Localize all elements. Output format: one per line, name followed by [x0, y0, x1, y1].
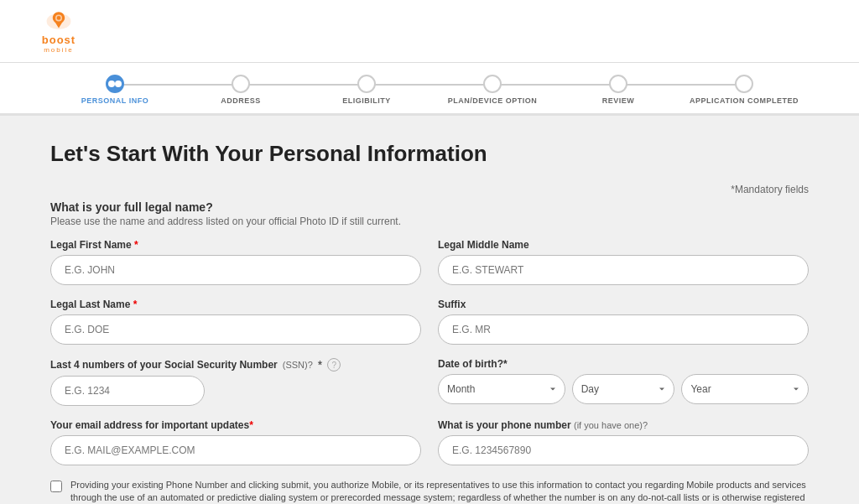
progress-bar: PERSONAL INFO ADDRESS ELIGIBILITY PLAN/D… [0, 63, 859, 116]
ssn-dob-row: Last 4 numbers of your Social Security N… [50, 358, 809, 406]
ssn-help-icon[interactable]: ? [327, 358, 341, 372]
name-row-2: Legal Last Name * Suffix [50, 299, 809, 345]
legal-first-name-input[interactable] [50, 255, 421, 285]
ssn-required: * [318, 358, 322, 372]
email-input[interactable] [50, 435, 421, 465]
step-personal-info[interactable]: PERSONAL INFO [52, 75, 178, 105]
legal-last-name-label: Legal Last Name * [50, 299, 421, 310]
ssn-group: Last 4 numbers of your Social Security N… [50, 358, 421, 406]
consent-text: Providing your existing Phone Number and… [70, 479, 809, 504]
step-eligibility[interactable]: ELIGIBILITY [304, 75, 430, 105]
step-label-address: ADDRESS [221, 96, 261, 105]
logo: boost mobile [25, 8, 92, 54]
name-row-1: Legal First Name * Legal Middle Name [50, 239, 809, 285]
dob-selects: Month January February March April May J… [438, 374, 809, 404]
email-phone-row: Your email address for important updates… [50, 419, 809, 465]
page-title: Let's Start With Your Personal Informati… [50, 141, 809, 167]
ssn-label: Last 4 numbers of your Social Security N… [50, 359, 278, 371]
name-question: What is your full legal name? [50, 200, 809, 214]
mandatory-note: *Mandatory fields [50, 184, 809, 195]
ssn-input[interactable] [50, 376, 205, 406]
legal-last-name-group: Legal Last Name * [50, 299, 421, 345]
step-circle-review [609, 75, 627, 93]
step-review[interactable]: REVIEW [555, 75, 681, 105]
legal-first-name-group: Legal First Name * [50, 239, 421, 285]
ssn-abbr: (SSN)? [283, 360, 313, 370]
dob-day-select[interactable]: Day for(let i=1;i<=31;i++) document.writ… [572, 374, 675, 404]
email-label: Your email address for important updates… [50, 419, 421, 431]
step-circle-personal-info [106, 75, 124, 93]
header: boost mobile [0, 0, 859, 63]
phone-label: What is your phone number (if you have o… [438, 419, 809, 431]
suffix-input[interactable] [438, 314, 809, 345]
svg-point-2 [57, 16, 61, 20]
phone-group: What is your phone number (if you have o… [438, 419, 809, 465]
legal-last-name-input[interactable] [50, 314, 421, 345]
suffix-group: Suffix [438, 299, 809, 345]
step-circle-address [232, 75, 250, 93]
boost-logo-icon [42, 8, 75, 34]
step-label-completed: APPLICATION COMPLETED [690, 96, 799, 105]
logo-text: boost [42, 34, 75, 46]
step-circle-eligibility [357, 75, 376, 93]
legal-middle-name-label: Legal Middle Name [438, 239, 809, 251]
consent-row: Providing your existing Phone Number and… [50, 479, 809, 504]
dob-group: Date of birth?* Month January February M… [438, 358, 809, 404]
phone-input[interactable] [438, 435, 809, 465]
step-label-personal-info: PERSONAL INFO [81, 96, 148, 105]
dob-year-select[interactable]: Year for(let y=2024;y>=1900;y--) documen… [681, 374, 809, 404]
main-content: Let's Start With Your Personal Informati… [0, 116, 859, 504]
step-address[interactable]: ADDRESS [178, 75, 304, 105]
name-subtitle: Please use the name and address listed o… [50, 216, 809, 227]
step-label-review: REVIEW [602, 96, 635, 105]
step-completed[interactable]: APPLICATION COMPLETED [681, 75, 807, 105]
logo-sub: mobile [44, 46, 74, 54]
suffix-label: Suffix [438, 299, 809, 310]
consent-checkbox[interactable] [50, 481, 62, 492]
dob-month-select[interactable]: Month January February March April May J… [438, 374, 565, 404]
legal-middle-name-group: Legal Middle Name [438, 239, 809, 285]
email-group: Your email address for important updates… [50, 419, 421, 465]
legal-middle-name-input[interactable] [438, 255, 809, 285]
step-label-eligibility: ELIGIBILITY [342, 96, 391, 105]
step-circle-completed [735, 75, 753, 93]
dob-label: Date of birth?* [438, 358, 809, 370]
legal-first-name-label: Legal First Name * [50, 239, 421, 251]
step-label-plan-device: PLAN/DEVICE OPTION [448, 96, 538, 105]
step-plan-device[interactable]: PLAN/DEVICE OPTION [430, 75, 555, 105]
progress-steps: PERSONAL INFO ADDRESS ELIGIBILITY PLAN/D… [52, 75, 807, 105]
ssn-label-row: Last 4 numbers of your Social Security N… [50, 358, 421, 372]
step-circle-plan-device [483, 75, 502, 93]
